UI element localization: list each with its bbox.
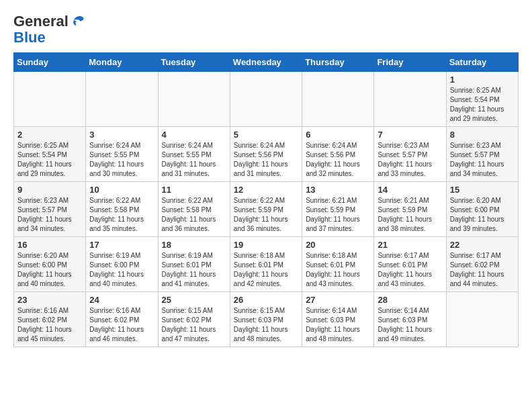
day-info: Sunrise: 6:21 AM Sunset: 5:59 PM Dayligh… [306,196,370,234]
day-info: Sunrise: 6:19 AM Sunset: 6:01 PM Dayligh… [162,251,226,289]
calendar-cell: 11Sunrise: 6:22 AM Sunset: 5:58 PM Dayli… [158,182,230,237]
calendar-cell: 27Sunrise: 6:14 AM Sunset: 6:03 PM Dayli… [302,292,374,347]
calendar-cell: 3Sunrise: 6:24 AM Sunset: 5:55 PM Daylig… [86,127,158,182]
calendar-cell: 12Sunrise: 6:22 AM Sunset: 5:59 PM Dayli… [230,182,302,237]
calendar-cell: 9Sunrise: 6:23 AM Sunset: 5:57 PM Daylig… [14,182,86,237]
calendar-cell: 8Sunrise: 6:23 AM Sunset: 5:57 PM Daylig… [446,127,518,182]
calendar-cell: 26Sunrise: 6:15 AM Sunset: 6:03 PM Dayli… [230,292,302,347]
day-number: 24 [89,295,154,305]
day-number: 13 [306,185,370,195]
calendar-cell: 18Sunrise: 6:19 AM Sunset: 6:01 PM Dayli… [158,237,230,292]
day-number: 22 [450,240,515,250]
logo-bird-icon [70,13,86,30]
calendar-cell: 1Sunrise: 6:25 AM Sunset: 5:54 PM Daylig… [446,72,518,127]
calendar-cell [158,72,230,127]
day-info: Sunrise: 6:15 AM Sunset: 6:02 PM Dayligh… [162,306,226,344]
day-number: 9 [17,185,82,195]
day-number: 3 [89,130,154,140]
calendar-cell: 15Sunrise: 6:20 AM Sunset: 6:00 PM Dayli… [446,182,518,237]
day-number: 26 [234,295,298,305]
day-info: Sunrise: 6:24 AM Sunset: 5:55 PM Dayligh… [162,141,226,179]
day-info: Sunrise: 6:17 AM Sunset: 6:02 PM Dayligh… [450,251,515,289]
day-info: Sunrise: 6:22 AM Sunset: 5:59 PM Dayligh… [234,196,298,234]
day-number: 23 [17,295,82,305]
calendar-cell: 16Sunrise: 6:20 AM Sunset: 6:00 PM Dayli… [14,237,86,292]
day-info: Sunrise: 6:19 AM Sunset: 6:00 PM Dayligh… [89,251,154,289]
calendar-cell: 21Sunrise: 6:17 AM Sunset: 6:01 PM Dayli… [374,237,446,292]
logo-general: General [13,13,69,30]
calendar-header-row: SundayMondayTuesdayWednesdayThursdayFrid… [14,53,519,72]
weekday-header-monday: Monday [86,53,158,72]
calendar-cell [230,72,302,127]
day-number: 28 [378,295,442,305]
day-info: Sunrise: 6:16 AM Sunset: 6:02 PM Dayligh… [89,306,154,344]
day-info: Sunrise: 6:25 AM Sunset: 5:54 PM Dayligh… [450,86,515,124]
day-number: 20 [306,240,370,250]
day-number: 25 [162,295,226,305]
weekday-header-tuesday: Tuesday [158,53,230,72]
day-info: Sunrise: 6:18 AM Sunset: 6:01 PM Dayligh… [306,251,370,289]
calendar-cell: 6Sunrise: 6:24 AM Sunset: 5:56 PM Daylig… [302,127,374,182]
week-row-3: 9Sunrise: 6:23 AM Sunset: 5:57 PM Daylig… [14,182,519,237]
day-number: 5 [234,130,298,140]
day-info: Sunrise: 6:18 AM Sunset: 6:01 PM Dayligh… [234,251,298,289]
day-number: 17 [89,240,154,250]
logo: General Blue [13,13,86,46]
weekday-header-friday: Friday [374,53,446,72]
day-info: Sunrise: 6:24 AM Sunset: 5:56 PM Dayligh… [306,141,370,179]
calendar-table: SundayMondayTuesdayWednesdayThursdayFrid… [13,52,519,347]
calendar-cell: 4Sunrise: 6:24 AM Sunset: 5:55 PM Daylig… [158,127,230,182]
weekday-header-thursday: Thursday [302,53,374,72]
day-info: Sunrise: 6:22 AM Sunset: 5:58 PM Dayligh… [89,196,154,234]
day-info: Sunrise: 6:20 AM Sunset: 6:00 PM Dayligh… [17,251,82,289]
day-number: 19 [234,240,298,250]
day-number: 15 [450,185,515,195]
day-number: 27 [306,295,370,305]
calendar-cell: 2Sunrise: 6:25 AM Sunset: 5:54 PM Daylig… [14,127,86,182]
day-number: 16 [17,240,82,250]
day-info: Sunrise: 6:24 AM Sunset: 5:55 PM Dayligh… [89,141,154,179]
week-row-2: 2Sunrise: 6:25 AM Sunset: 5:54 PM Daylig… [14,127,519,182]
day-info: Sunrise: 6:16 AM Sunset: 6:02 PM Dayligh… [17,306,82,344]
day-number: 4 [162,130,226,140]
week-row-1: 1Sunrise: 6:25 AM Sunset: 5:54 PM Daylig… [14,72,519,127]
day-number: 10 [89,185,154,195]
day-info: Sunrise: 6:21 AM Sunset: 5:59 PM Dayligh… [378,196,442,234]
calendar-cell: 7Sunrise: 6:23 AM Sunset: 5:57 PM Daylig… [374,127,446,182]
day-number: 1 [450,75,515,85]
weekday-header-saturday: Saturday [446,53,518,72]
calendar-cell [374,72,446,127]
calendar-cell: 22Sunrise: 6:17 AM Sunset: 6:02 PM Dayli… [446,237,518,292]
day-number: 18 [162,240,226,250]
day-info: Sunrise: 6:22 AM Sunset: 5:58 PM Dayligh… [162,196,226,234]
day-info: Sunrise: 6:24 AM Sunset: 5:56 PM Dayligh… [234,141,298,179]
calendar-cell: 17Sunrise: 6:19 AM Sunset: 6:00 PM Dayli… [86,237,158,292]
day-number: 11 [162,185,226,195]
weekday-header-wednesday: Wednesday [230,53,302,72]
calendar-cell: 23Sunrise: 6:16 AM Sunset: 6:02 PM Dayli… [14,292,86,347]
day-number: 12 [234,185,298,195]
day-info: Sunrise: 6:23 AM Sunset: 5:57 PM Dayligh… [17,196,82,234]
calendar-cell: 19Sunrise: 6:18 AM Sunset: 6:01 PM Dayli… [230,237,302,292]
day-info: Sunrise: 6:20 AM Sunset: 6:00 PM Dayligh… [450,196,515,234]
day-number: 14 [378,185,442,195]
day-info: Sunrise: 6:14 AM Sunset: 6:03 PM Dayligh… [306,306,370,344]
day-info: Sunrise: 6:23 AM Sunset: 5:57 PM Dayligh… [450,141,515,179]
calendar-cell: 24Sunrise: 6:16 AM Sunset: 6:02 PM Dayli… [86,292,158,347]
day-number: 8 [450,130,515,140]
calendar-cell: 13Sunrise: 6:21 AM Sunset: 5:59 PM Dayli… [302,182,374,237]
calendar-cell: 28Sunrise: 6:14 AM Sunset: 6:03 PM Dayli… [374,292,446,347]
weekday-header-sunday: Sunday [14,53,86,72]
day-info: Sunrise: 6:23 AM Sunset: 5:57 PM Dayligh… [378,141,442,179]
day-info: Sunrise: 6:14 AM Sunset: 6:03 PM Dayligh… [378,306,442,344]
day-info: Sunrise: 6:25 AM Sunset: 5:54 PM Dayligh… [17,141,82,179]
day-number: 2 [17,130,82,140]
day-number: 6 [306,130,370,140]
week-row-5: 23Sunrise: 6:16 AM Sunset: 6:02 PM Dayli… [14,292,519,347]
week-row-4: 16Sunrise: 6:20 AM Sunset: 6:00 PM Dayli… [14,237,519,292]
calendar-cell [14,72,86,127]
page-header: General Blue [13,13,519,46]
calendar-cell: 5Sunrise: 6:24 AM Sunset: 5:56 PM Daylig… [230,127,302,182]
calendar-cell [302,72,374,127]
calendar-cell: 14Sunrise: 6:21 AM Sunset: 5:59 PM Dayli… [374,182,446,237]
